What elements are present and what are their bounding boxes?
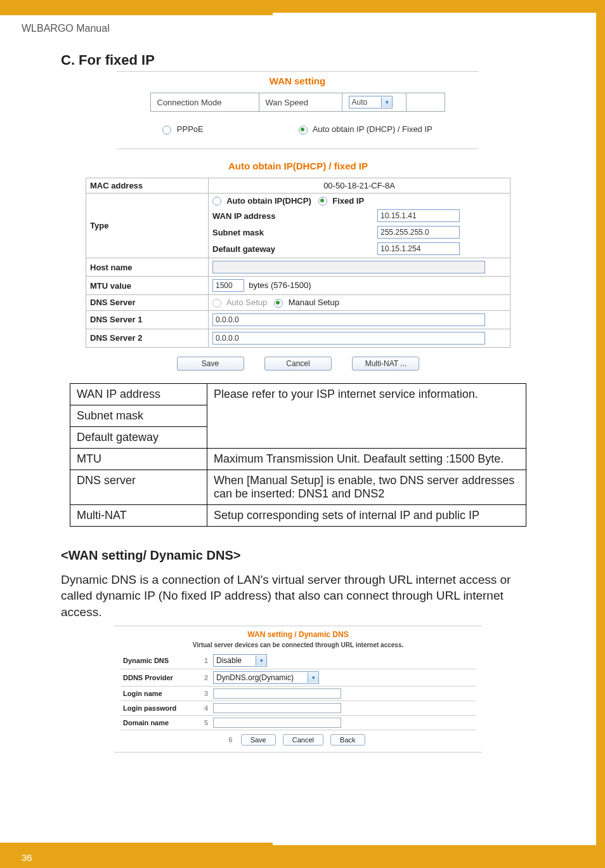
desc-key: MTU: [70, 448, 207, 470]
radio-dns-manual-label: Manaul Setup: [289, 298, 339, 307]
subnet-label: Subnet mask: [212, 228, 371, 237]
cancel-button[interactable]: Cancel: [283, 734, 323, 746]
desc-val: When [Manual Setup] is enable, two DNS s…: [207, 470, 526, 504]
config-button-row: Save Cancel Multi-NAT ...: [22, 357, 575, 371]
cancel-button[interactable]: Cancel: [264, 357, 332, 371]
ddns-button-row: 6 Save Cancel Back: [120, 734, 476, 746]
host-label: Host name: [86, 258, 209, 277]
ddns-row-label: Login password: [120, 700, 195, 715]
dns1-input[interactable]: [212, 313, 485, 326]
manual-title: WLBARGO Manual: [0, 22, 596, 34]
radio-type-dhcp[interactable]: Auto obtain IP(DHCP): [212, 196, 313, 206]
desc-key: Multi-NAT: [70, 504, 207, 526]
radio-icon: [212, 197, 221, 206]
desc-val: Maximum Transmission Unit. Deafault sett…: [207, 448, 526, 470]
mac-value: 00-50-18-21-CF-8A: [209, 178, 511, 193]
desc-val: Please refer to your ISP internet servic…: [207, 383, 526, 448]
desc-key: WAN IP address: [70, 383, 207, 405]
ddns-table: Dynamic DNS 1 Disable ▾ DDNS Provider 2 …: [120, 652, 476, 730]
row-number: 1: [195, 652, 211, 669]
wan-ip-label: WAN IP address: [212, 211, 371, 221]
login-name-input[interactable]: [213, 688, 341, 699]
wan-ip-input[interactable]: [377, 209, 460, 222]
multi-nat-button[interactable]: Multi-NAT ...: [352, 357, 419, 371]
subnet-input[interactable]: [377, 226, 460, 239]
desc-key: Default gateway: [70, 426, 207, 448]
wan-setting-title: WAN setting: [117, 76, 478, 86]
config-table: MAC address 00-50-18-21-CF-8A Type Auto …: [86, 178, 511, 348]
wan-speed-label: Wan Speed: [259, 93, 342, 112]
wan-top-table: Connection Mode Wan Speed Auto ▾: [150, 93, 445, 112]
radio-type-dhcp-label: Auto obtain IP(DHCP): [226, 196, 311, 206]
radio-dhcp-fixed-label: Auto obtain IP (DHCP) / Fixed IP: [313, 124, 433, 134]
row-number: 4: [195, 700, 211, 715]
page-number: 36: [22, 852, 32, 863]
radio-icon: [318, 197, 327, 206]
save-button[interactable]: Save: [241, 734, 276, 746]
mtu-hint: bytes (576-1500): [249, 280, 311, 290]
mtu-label: MTU value: [86, 277, 209, 295]
gateway-label: Default gateway: [212, 244, 371, 254]
ddns-title: WAN setting / Dynamic DNS: [120, 630, 476, 639]
wan-speed-value: Auto: [349, 98, 382, 107]
auto-obtain-title: Auto obtain IP(DHCP) / fixed IP: [22, 161, 575, 171]
row-number: 2: [195, 669, 211, 686]
radio-dhcp-fixed[interactable]: Auto obtain IP (DHCP) / Fixed IP: [299, 124, 433, 135]
ddns-paragraph: Dynamic DNS is a connection of LAN's vir…: [61, 572, 530, 621]
row-number: 3: [195, 686, 211, 700]
dns1-label: DNS Server 1: [86, 310, 209, 329]
desc-key: DNS server: [70, 470, 207, 504]
domain-name-input[interactable]: [213, 718, 341, 728]
radio-icon: [299, 126, 308, 135]
radio-dns-auto-label: Auto Setup: [226, 298, 267, 307]
section-heading: C. For fixed IP: [61, 52, 575, 69]
radio-icon: [212, 299, 221, 308]
ddns-subtitle: Virtual server devices can be connected …: [120, 641, 476, 648]
desc-key: Subnet mask: [70, 405, 207, 426]
wan-speed-select[interactable]: Auto ▾: [349, 96, 393, 109]
ddns-row-label: Dynamic DNS: [120, 652, 195, 669]
dns2-input[interactable]: [212, 332, 485, 345]
gateway-input[interactable]: [377, 242, 460, 255]
blank-cell: [406, 93, 445, 112]
radio-icon: [274, 299, 283, 308]
save-button[interactable]: Save: [177, 357, 244, 371]
conn-mode-label: Connection Mode: [150, 93, 259, 112]
radio-type-fixed[interactable]: Fixed IP: [318, 196, 364, 206]
header-accent: [0, 13, 273, 15]
type-cell: Auto obtain IP(DHCP) Fixed IP WAN IP add…: [209, 193, 511, 258]
radio-dns-auto: Auto Setup: [212, 298, 270, 307]
host-input: [212, 261, 485, 273]
mtu-input[interactable]: [212, 279, 244, 292]
footer-bar: [0, 845, 596, 868]
radio-pppoe[interactable]: PPPoE: [162, 124, 204, 135]
ddns-provider-value: DynDNS.org(Dynamic): [214, 673, 308, 682]
dynamic-dns-value: Disable: [214, 656, 256, 665]
chevron-down-icon[interactable]: ▾: [381, 97, 392, 107]
row-number: 5: [195, 715, 211, 730]
description-table: WAN IP address Please refer to your ISP …: [70, 383, 526, 527]
ddns-row-label: Domain name: [120, 715, 195, 730]
dynamic-dns-select[interactable]: Disable ▾: [213, 654, 267, 667]
back-button[interactable]: Back: [330, 734, 365, 746]
radio-dns-manual[interactable]: Manaul Setup: [274, 298, 339, 307]
chevron-down-icon[interactable]: ▾: [308, 673, 318, 683]
dns2-label: DNS Server 2: [86, 329, 209, 347]
radio-pppoe-label: PPPoE: [177, 124, 204, 134]
wan-setting-screenshot: WAN setting Connection Mode Wan Speed Au…: [117, 71, 478, 149]
ddns-screenshot: WAN setting / Dynamic DNS Virtual server…: [114, 626, 482, 753]
login-password-input[interactable]: [213, 703, 341, 713]
desc-val: Setup corresponding sets of internal IP …: [207, 504, 526, 526]
ddns-heading: <WAN setting/ Dynamic DNS>: [61, 548, 575, 563]
conn-mode-radios: PPPoE Auto obtain IP (DHCP) / Fixed IP: [117, 124, 478, 135]
row-number: 6: [228, 736, 232, 744]
radio-icon: [162, 126, 171, 135]
chevron-down-icon[interactable]: ▾: [256, 655, 266, 666]
type-label: Type: [86, 193, 209, 258]
radio-type-fixed-label: Fixed IP: [332, 196, 364, 206]
mac-label: MAC address: [86, 178, 209, 193]
dns-server-label: DNS Server: [86, 295, 209, 311]
ddns-provider-select[interactable]: DynDNS.org(Dynamic) ▾: [213, 671, 319, 684]
header-bar: [0, 0, 596, 13]
ddns-row-label: Login name: [120, 686, 195, 700]
